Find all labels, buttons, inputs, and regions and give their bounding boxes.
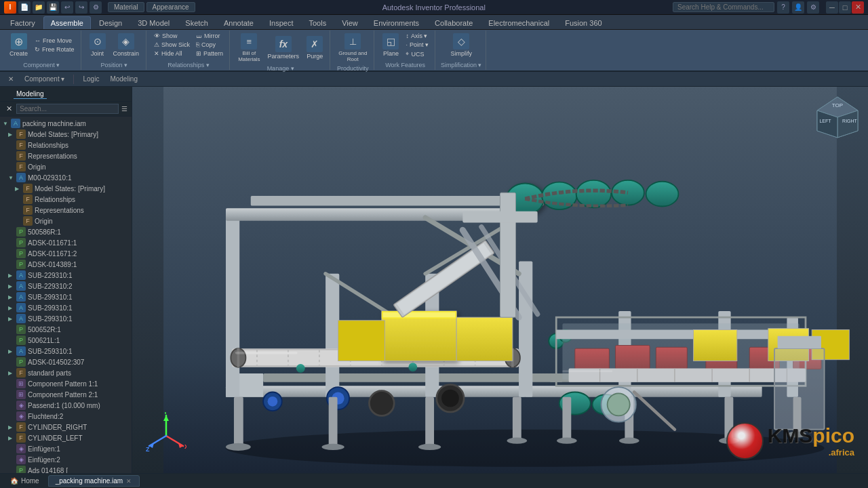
simplify-button[interactable]: ◇ Simplify xyxy=(448,32,475,58)
tab-fusion360[interactable]: Fusion 360 xyxy=(557,16,609,29)
search-input[interactable] xyxy=(673,2,774,12)
tree-item-representations[interactable]: F Representations xyxy=(0,150,132,161)
tab-collaborate[interactable]: Collaborate xyxy=(427,16,480,29)
modeling-selector[interactable]: Modeling xyxy=(106,75,142,83)
tab-close-button[interactable]: ✕ xyxy=(125,478,132,485)
productivity-group-label: Productivity xyxy=(337,65,369,72)
tree-item-rel-2[interactable]: F Relationships xyxy=(0,194,132,205)
tree-item-standard-parts[interactable]: ▶ F standard parts xyxy=(0,367,132,378)
minimize-button[interactable]: ─ xyxy=(826,1,838,14)
3d-viewport[interactable]: TOP RIGHT LEFT X Y xyxy=(132,87,868,473)
panel-close-icon[interactable]: ✕ xyxy=(4,104,14,114)
tree-item-cylinder-left[interactable]: ▶ F CYLINDER_LEFT xyxy=(0,432,132,443)
tab-assemble[interactable]: Assemble xyxy=(43,16,91,29)
hide-all-button[interactable]: ✕ Hide All xyxy=(152,49,192,58)
tree-item-origin[interactable]: F Origin xyxy=(0,161,132,172)
help-icon[interactable]: ? xyxy=(777,1,789,14)
maximize-button[interactable]: □ xyxy=(839,1,851,14)
tree-root-item[interactable]: ▼ A packing machine.iam xyxy=(0,118,132,129)
part-icon: P xyxy=(16,357,26,367)
tree-item-sub299310-1[interactable]: ▶ A SUB-299310:1 xyxy=(0,291,132,302)
constrain-button[interactable]: ◈ Constrain xyxy=(111,32,142,58)
tree-item-model-states-2[interactable]: ▶ F Model States: [Primary] xyxy=(0,183,132,194)
tree-item-comp-pattern-1[interactable]: ⊞ Component Pattern 1:1 xyxy=(0,378,132,389)
tree-search-input[interactable] xyxy=(16,104,119,114)
tree-item-m00[interactable]: ▼ A M00-029310:1 xyxy=(0,172,132,183)
panel-tab-modeling[interactable]: Modeling xyxy=(14,89,47,99)
qat-redo[interactable]: ↪ xyxy=(75,1,87,14)
pattern-button[interactable]: ⊞ Pattern xyxy=(194,49,225,58)
create-button[interactable]: ⊕ Create xyxy=(7,32,31,58)
close-panel-button[interactable]: ✕ xyxy=(4,75,18,83)
show-sick-button[interactable]: ⚠ Show Sick xyxy=(152,41,192,49)
home-tab[interactable]: 🏠 Home xyxy=(3,475,47,487)
plane-button[interactable]: ◱ Plane xyxy=(380,32,401,58)
tree-item-sub299310-1c[interactable]: ▶ A SUB-299310:1 xyxy=(0,313,132,324)
tree-item-einfuegen-1[interactable]: ◈ Einfügen:1 xyxy=(0,443,132,454)
tab-sketch[interactable]: Sketch xyxy=(178,16,216,29)
tree-item-500586r[interactable]: P 500586R:1 xyxy=(0,226,132,237)
purge-button[interactable]: ✗ Purge xyxy=(304,35,326,61)
tree-item-fluchtend[interactable]: ◈ Fluchtend:2 xyxy=(0,411,132,422)
appearance-dropdown[interactable]: Appearance xyxy=(146,2,195,12)
tree-item-repr-2[interactable]: F Representations xyxy=(0,205,132,216)
close-button[interactable]: ✕ xyxy=(852,1,864,14)
tree-item-comp-pattern-2[interactable]: ⊞ Component Pattern 2:1 xyxy=(0,389,132,400)
show-button[interactable]: 👁 Show xyxy=(152,32,192,40)
tree-item-sub259310[interactable]: ▶ A SUB-259310:1 xyxy=(0,346,132,357)
qat-new[interactable]: 📄 xyxy=(18,1,31,14)
free-move-button[interactable]: ↔ Free Move xyxy=(33,37,77,45)
tab-3dmodel[interactable]: 3D Model xyxy=(130,16,177,29)
point-button[interactable]: · Point ▾ xyxy=(403,41,431,49)
joint-button[interactable]: ⊙ Joint xyxy=(87,32,108,58)
tab-environments[interactable]: Environments xyxy=(366,16,427,29)
tree-menu-icon[interactable]: ☰ xyxy=(121,105,127,113)
component-selector[interactable]: Component ▾ xyxy=(20,75,68,83)
viewcube[interactable]: TOP RIGHT LEFT xyxy=(814,94,861,141)
tab-design[interactable]: Design xyxy=(92,16,130,29)
tab-electromechanical[interactable]: Electromechanical xyxy=(481,16,557,29)
tree-item-model-states[interactable]: ▶ F Model States: [Primary] xyxy=(0,129,132,140)
tree-item-sub229310-1[interactable]: ▶ A SUB-229310:1 xyxy=(0,270,132,281)
mirror-button[interactable]: ⧢ Mirror xyxy=(194,32,225,40)
tree-item-500652r[interactable]: P 500652R:1 xyxy=(0,324,132,335)
tree-item-sub229310-2[interactable]: ▶ A SUB-229310:2 xyxy=(0,281,132,291)
qat-open[interactable]: 📁 xyxy=(33,1,45,14)
free-rotate-button[interactable]: ↻ Free Rotate xyxy=(33,45,77,54)
copy-button[interactable]: ⎘ Copy xyxy=(194,41,225,49)
tree-item-relationships[interactable]: F Relationships xyxy=(0,140,132,150)
bom-button[interactable]: ≡ Bill ofMaterials xyxy=(235,32,262,64)
tree-item-cylinder-right[interactable]: ▶ F CYLINDER_RIGHT xyxy=(0,422,132,432)
tree-item-adsk014502[interactable]: P ADSK-014502:307 xyxy=(0,357,132,367)
parameters-button[interactable]: fx Parameters xyxy=(265,35,302,61)
tree-item-sub299310-1b[interactable]: ▶ A SUB-299310:1 xyxy=(0,302,132,313)
settings-icon[interactable]: ⚙ xyxy=(807,1,819,14)
item-label: Representations xyxy=(35,207,84,214)
tree-item-adsk011671-2[interactable]: P ADSK-011671:2 xyxy=(0,248,132,259)
account-icon[interactable]: 👤 xyxy=(792,1,804,14)
tree-item-adsk014168[interactable]: P Ads 014168 [ xyxy=(0,465,132,473)
tab-inspect[interactable]: Inspect xyxy=(262,16,300,29)
tree-item-adsk011671-1[interactable]: P ADSK-011671:1 xyxy=(0,237,132,248)
qat-save[interactable]: 💾 xyxy=(47,1,59,14)
material-dropdown[interactable]: Material xyxy=(108,2,144,12)
ground-root-button[interactable]: ⊥ Ground andRoot xyxy=(336,32,370,64)
tab-factory[interactable]: Factory xyxy=(3,16,43,29)
panel-tab-1[interactable] xyxy=(4,94,9,95)
tree-item-einfuegen-2[interactable]: ◈ Einfügen:2 xyxy=(0,454,132,465)
qat-undo[interactable]: ↩ xyxy=(61,1,73,14)
tab-view[interactable]: View xyxy=(334,16,366,29)
ucs-button[interactable]: ⌖ UCS xyxy=(403,49,431,58)
tab-annotate[interactable]: Annotate xyxy=(216,16,261,29)
tree-item-500621l[interactable]: P 500621L:1 xyxy=(0,335,132,346)
tab-tools[interactable]: Tools xyxy=(301,16,334,29)
part-icon: P xyxy=(16,466,26,473)
axis-button[interactable]: ↕ Axis ▾ xyxy=(403,32,431,40)
qat-sync[interactable]: ⚙ xyxy=(90,1,102,14)
tree-item-adsk014389[interactable]: P ADSK-014389:1 xyxy=(0,259,132,270)
tree-item-passend[interactable]: ◈ Passend:1 (10.000 mm) xyxy=(0,400,132,411)
packing-machine-tab[interactable]: _packing machine.iam ✕ xyxy=(48,475,140,487)
purge-icon: ✗ xyxy=(307,36,323,52)
tree-item-origin-2[interactable]: F Origin xyxy=(0,216,132,226)
logic-selector[interactable]: Logic xyxy=(79,75,103,83)
